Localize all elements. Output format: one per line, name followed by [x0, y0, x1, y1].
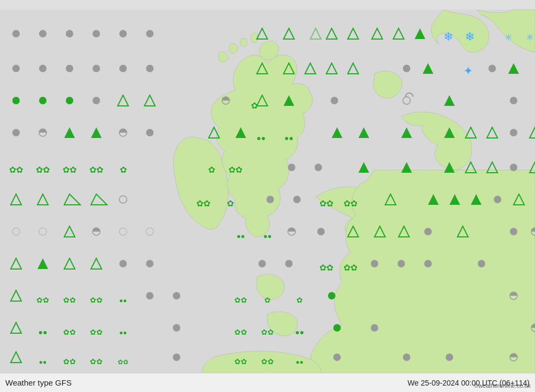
svg-text:✿✿: ✿✿: [63, 328, 76, 336]
svg-point-164: [403, 353, 410, 361]
svg-text:✿✿: ✿✿: [319, 199, 333, 208]
svg-point-127: [398, 260, 405, 267]
svg-point-24: [146, 65, 154, 72]
svg-point-22: [93, 65, 100, 72]
svg-point-73: [288, 164, 295, 171]
svg-text:●●: ●●: [296, 358, 304, 366]
svg-text:❄: ❄: [465, 30, 475, 43]
svg-text:❄: ❄: [444, 30, 453, 43]
svg-point-163: [333, 353, 341, 361]
weather-label: Weather type GFS: [5, 378, 72, 387]
svg-text:✿: ✿: [227, 199, 234, 208]
svg-text:✿✿: ✿✿: [63, 296, 76, 304]
svg-point-97: [494, 196, 501, 203]
svg-point-20: [39, 65, 47, 72]
svg-point-152: [371, 324, 378, 332]
svg-point-90: [293, 196, 301, 203]
svg-text:✿✿: ✿✿: [63, 357, 76, 366]
svg-point-47: [510, 97, 517, 104]
svg-text:●●: ●●: [39, 358, 47, 366]
map-svg: ❄ ❄ ✳ ✳ ✦ ✿: [0, 0, 535, 392]
svg-point-4: [93, 30, 100, 37]
svg-point-19: [12, 65, 20, 72]
svg-point-159: [173, 353, 180, 361]
svg-text:✦: ✦: [463, 64, 473, 78]
svg-point-112: [424, 228, 432, 235]
svg-text:✿✿: ✿✿: [196, 199, 210, 208]
svg-point-48: [12, 129, 20, 136]
svg-point-114: [510, 228, 517, 235]
svg-text:✿✿: ✿✿: [90, 296, 103, 304]
svg-point-120: [119, 260, 127, 267]
svg-point-64: [510, 129, 517, 136]
svg-point-122: [258, 260, 266, 267]
svg-point-5: [119, 30, 127, 37]
svg-point-121: [146, 260, 154, 267]
svg-text:✿✿: ✿✿: [234, 296, 247, 304]
svg-point-6: [146, 30, 154, 37]
svg-point-89: [266, 196, 274, 203]
svg-point-3: [66, 30, 73, 37]
svg-point-35: [12, 97, 20, 104]
svg-text:✿✿: ✿✿: [63, 165, 77, 174]
svg-point-36: [39, 97, 47, 104]
bottom-left: Weather type GFS: [5, 378, 72, 387]
svg-text:✳: ✳: [505, 32, 513, 43]
map-container: ❄ ❄ ✳ ✳ ✦ ✿: [0, 0, 535, 392]
svg-text:✿: ✿: [264, 296, 271, 304]
svg-text:✿✿: ✿✿: [343, 199, 357, 208]
svg-text:✿✿: ✿✿: [234, 328, 247, 336]
svg-text:✿: ✿: [296, 296, 303, 304]
svg-text:✿✿: ✿✿: [261, 357, 274, 366]
svg-text:✿✿: ✿✿: [36, 296, 49, 304]
svg-text:✿✿: ✿✿: [228, 165, 242, 174]
symbol-gray-circle: [12, 30, 20, 37]
svg-point-140: [328, 292, 335, 299]
svg-text:✿✿: ✿✿: [90, 328, 103, 336]
svg-point-33: [488, 65, 496, 72]
svg-text:●●: ●●: [257, 134, 266, 142]
svg-point-37: [66, 97, 73, 104]
svg-text:✿✿: ✿✿: [89, 165, 103, 174]
svg-point-123: [285, 260, 293, 267]
svg-text:✿✿: ✿✿: [234, 357, 247, 366]
svg-point-129: [478, 260, 485, 267]
svg-point-126: [371, 260, 378, 267]
svg-text:✿: ✿: [208, 165, 215, 174]
svg-text:✿✿: ✿✿: [319, 263, 333, 272]
watermark: ©weatheronline.co.uk: [474, 382, 531, 389]
svg-text:●●: ●●: [236, 232, 245, 240]
bottom-bar: Weather type GFS We 25-09-2024 00:00 UTC…: [0, 373, 535, 392]
svg-point-38: [93, 97, 100, 104]
svg-point-21: [66, 65, 73, 72]
svg-text:✳: ✳: [526, 32, 534, 43]
svg-text:✿✿: ✿✿: [9, 165, 23, 174]
svg-text:✿: ✿: [120, 165, 127, 174]
svg-point-151: [333, 324, 341, 332]
svg-text:●●: ●●: [119, 329, 127, 336]
svg-text:✿✿: ✿✿: [118, 358, 128, 366]
svg-point-147: [173, 324, 180, 332]
svg-point-136: [173, 292, 180, 299]
svg-text:✿✿: ✿✿: [261, 328, 274, 336]
svg-text:✿✿: ✿✿: [36, 165, 50, 174]
svg-text:●●: ●●: [295, 328, 304, 336]
svg-point-23: [119, 65, 127, 72]
svg-point-44: [331, 97, 338, 104]
svg-text:✿✿: ✿✿: [343, 263, 357, 272]
svg-point-165: [446, 353, 453, 361]
svg-point-128: [424, 260, 432, 267]
svg-text:✿: ✿: [251, 101, 258, 110]
svg-text:●●: ●●: [285, 134, 294, 142]
svg-text:●●: ●●: [119, 297, 127, 304]
svg-text:●●: ●●: [39, 328, 48, 336]
svg-point-108: [317, 228, 325, 235]
svg-point-135: [146, 292, 154, 299]
svg-point-80: [510, 164, 517, 171]
svg-text:●●: ●●: [263, 232, 272, 240]
svg-point-30: [403, 65, 410, 72]
svg-point-53: [146, 129, 154, 136]
svg-point-74: [315, 164, 322, 171]
svg-point-2: [39, 30, 47, 37]
svg-text:✿✿: ✿✿: [90, 357, 103, 366]
